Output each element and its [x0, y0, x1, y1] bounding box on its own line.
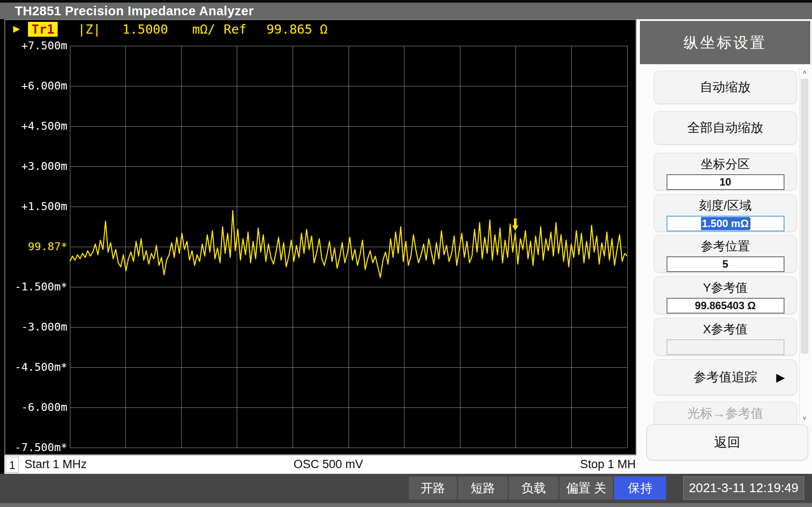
title-bar: TH2851 Precision Impedance Analyzer [0, 0, 812, 19]
impedance-plot [5, 20, 636, 454]
y-reference-group[interactable]: Y参考值 99.865403 Ω [654, 276, 797, 314]
trace-selector[interactable]: Tr1 [28, 22, 58, 37]
auto-scale-button[interactable]: 自动缩放 [654, 71, 797, 104]
x-reference-group: X参考值 [654, 318, 797, 355]
auto-scale-all-button[interactable]: 全部自动缩放 [654, 111, 797, 145]
reference-tracking-label: 参考值追踪 [694, 369, 757, 386]
bottom-button-4[interactable]: 偏置 关 [560, 476, 613, 500]
trace-header: ▶ Tr1 |Z| 1.5000 mΩ/ Ref 99.865 Ω [5, 22, 636, 40]
divisions-group[interactable]: 坐标分区 10 [654, 153, 797, 190]
trace-ref-label: Ref [224, 22, 246, 37]
clock: 2021-3-11 12:19:49 [683, 476, 804, 500]
bottom-button-3[interactable]: 负载 [509, 476, 558, 500]
submenu-arrow-icon: ▶ [776, 371, 785, 384]
y-axis-label: +1.500m [5, 200, 67, 213]
instrument-display: +7.500m+6.000m+4.500m+3.000m+1.500m99.87… [4, 19, 636, 455]
y-axis-label: -4.500m* [5, 361, 67, 374]
trace-scale-value: 1.5000 [122, 22, 168, 37]
back-button[interactable]: 返回 [646, 424, 808, 460]
y-reference-input[interactable]: 99.865403 Ω [667, 298, 784, 314]
auto-scale-label: 自动缩放 [700, 79, 751, 96]
sweep-stop-label: Stop 1 MHz [580, 458, 642, 471]
app-window: TH2851 Precision Impedance Analyzer +7.5… [0, 0, 812, 507]
panel-title: 纵坐标设置 [640, 21, 810, 64]
y-axis-label: -1.500m* [5, 280, 67, 293]
y-axis-label: -6.000m [5, 401, 67, 414]
bottom-button-1[interactable]: 开路 [409, 476, 457, 500]
scale-per-division-input[interactable]: 1.500 mΩ [667, 216, 784, 231]
scrollbar-up-icon[interactable]: ˄ [800, 67, 809, 78]
scale-per-division-label: 刻度/区域 [699, 197, 752, 214]
y-axis-label: +6.000m [5, 79, 67, 93]
auto-scale-all-label: 全部自动缩放 [688, 119, 764, 137]
bottom-bar: 开路短路负载偏置 关保持 2021-3-11 12:19:49 [0, 474, 812, 507]
divisions-input[interactable]: 10 [667, 174, 784, 190]
trace-scale-unit: mΩ/ [192, 22, 215, 37]
y-axis-label: -3.000m [5, 321, 67, 334]
osc-level-label: OSC 500 mV [4, 458, 652, 471]
sweep-marker-icon [512, 218, 518, 231]
plot-area: +7.500m+6.000m+4.500m+3.000m+1.500m99.87… [5, 20, 637, 456]
y-reference-label: Y参考值 [703, 279, 748, 296]
bottom-button-2[interactable]: 短路 [458, 476, 508, 500]
scale-per-division-group[interactable]: 刻度/区域 1.500 mΩ [654, 194, 797, 232]
trace-format: |Z| [78, 22, 100, 37]
y-axis-label: -7.500m* [5, 441, 67, 454]
panel-scrollbar[interactable]: ˄ ˅ [799, 67, 809, 424]
bottom-button-5[interactable]: 保持 [614, 476, 666, 500]
reference-position-group[interactable]: 参考位置 5 [654, 235, 797, 272]
bottom-button-group: 开路短路负载偏置 关保持 [409, 476, 666, 500]
y-axis-label: +7.500m [5, 39, 67, 52]
active-trace-arrow-icon: ▶ [13, 22, 20, 35]
back-button-label: 返回 [714, 434, 740, 452]
reference-tracking-button[interactable]: 参考值追踪 ▶ [654, 359, 797, 395]
x-reference-label: X参考值 [703, 321, 748, 338]
trace-ref-value: 99.865 Ω [266, 22, 328, 37]
y-axis-label: 99.87* [5, 240, 67, 253]
selected-text: 1.500 mΩ [701, 217, 750, 230]
side-panel: 纵坐标设置 自动缩放 全部自动缩放 坐标分区 10 刻度/区域 1.500 mΩ… [636, 19, 812, 474]
status-strip: 1 Start 1 MHz OSC 500 mV Stop 1 MHz [4, 455, 652, 474]
reference-position-input[interactable]: 5 [667, 256, 784, 272]
y-axis-label: +4.500m [5, 120, 67, 133]
reference-position-label: 参考位置 [701, 238, 750, 255]
cursor-to-reference-label: 光标→参考值 [688, 405, 764, 422]
scrollbar-down-icon[interactable]: ˅ [800, 413, 809, 424]
scrollbar-thumb[interactable] [801, 79, 809, 354]
divisions-label: 坐标分区 [701, 156, 750, 172]
window-title: TH2851 Precision Impedance Analyzer [15, 4, 254, 18]
y-axis-label: +3.000m [5, 160, 67, 173]
x-reference-input [667, 339, 784, 355]
